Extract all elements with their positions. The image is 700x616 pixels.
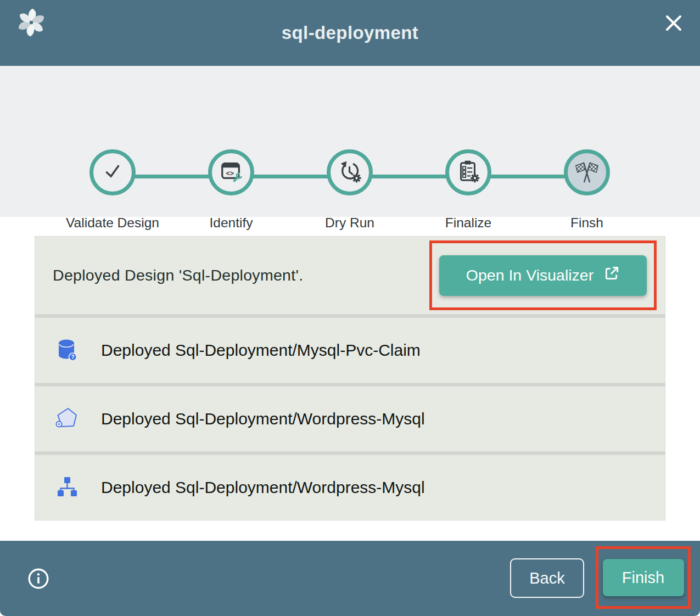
result-text: Deployed Sql-Deployment/Wordpress-Mysql	[101, 410, 425, 428]
results-panel: Deployed Design 'Sql-Deployment'. Open I…	[0, 236, 700, 520]
step-circle: <>	[208, 149, 254, 195]
result-text: Deployed Sql-Deployment/Mysql-Pvc-Claim	[101, 341, 421, 360]
deployment-message: Deployed Design 'Sql-Deployment'.	[53, 266, 303, 284]
back-button-label: Back	[529, 569, 564, 587]
step-label: Dry Run	[302, 212, 398, 233]
step-label: Validate Design	[65, 212, 161, 233]
open-in-visualizer-label: Open In Visualizer	[466, 266, 593, 284]
finish-button[interactable]: Finish	[603, 559, 684, 596]
hierarchy-icon	[54, 474, 80, 501]
pentagon-icon	[54, 406, 80, 432]
svg-text:?: ?	[71, 354, 74, 360]
result-text: Deployed Sql-Deployment/Wordpress-Mysql	[101, 478, 425, 497]
close-icon	[663, 27, 685, 36]
deployment-stepper: Validate Design <> Identify Environments	[0, 66, 700, 217]
meshery-logo-icon	[15, 7, 47, 38]
step-circle	[564, 149, 610, 195]
info-button[interactable]	[27, 567, 50, 590]
step-circle	[445, 149, 491, 195]
step-label: Finsh	[539, 212, 635, 233]
step-circle	[327, 149, 373, 195]
open-in-visualizer-button[interactable]: Open In Visualizer	[439, 255, 647, 296]
checkered-flags-icon	[574, 159, 600, 186]
modal-header: sql-deployment	[0, 0, 700, 66]
finish-button-label: Finish	[622, 569, 664, 586]
history-gear-icon	[337, 159, 362, 186]
result-row-pvc-claim: ? Deployed Sql-Deployment/Mysql-Pvc-Clai…	[35, 317, 665, 383]
clipboard-gear-icon	[456, 159, 481, 186]
result-row-wordpress-mysql: Deployed Sql-Deployment/Wordpress-Mysql	[35, 386, 665, 452]
modal-footer: Back Finish	[0, 541, 700, 616]
annotation-finish: Finish	[596, 546, 691, 609]
step-circle	[89, 149, 136, 195]
svg-text:<>: <>	[226, 170, 234, 177]
result-row-wordpress-mysql-2: Deployed Sql-Deployment/Wordpress-Mysql	[35, 455, 665, 520]
back-button[interactable]: Back	[510, 558, 584, 598]
annotation-open-in-visualizer: Open In Visualizer	[429, 240, 657, 310]
deployment-message-row: Deployed Design 'Sql-Deployment'. Open I…	[35, 236, 665, 315]
info-icon	[27, 584, 50, 592]
database-question-icon: ?	[54, 337, 80, 363]
modal-title: sql-deployment	[282, 23, 418, 43]
close-button[interactable]	[662, 11, 686, 35]
check-icon	[100, 159, 125, 186]
code-window-wrench-icon: <>	[219, 159, 244, 186]
external-link-icon	[603, 265, 620, 285]
